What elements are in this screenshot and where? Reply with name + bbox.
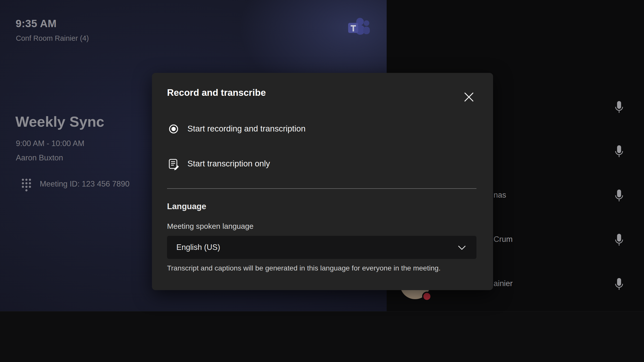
- language-field-label: Meeting spoken language: [167, 222, 254, 231]
- language-heading: Language: [167, 202, 206, 211]
- mic-icon[interactable]: [614, 277, 624, 291]
- meeting-organizer: Aaron Buxton: [16, 153, 63, 162]
- record-transcribe-dialog: Record and transcribe Start recording an…: [152, 73, 493, 290]
- transcript-icon: [168, 158, 180, 170]
- option-label: Start transcription only: [187, 159, 270, 168]
- presence-busy-badge: [422, 292, 432, 301]
- option-label: Start recording and transcription: [187, 124, 306, 133]
- option-start-recording-and-transcription[interactable]: Start recording and transcription: [167, 120, 476, 138]
- room-clock: 9:35 AM: [16, 18, 57, 30]
- close-button[interactable]: [463, 92, 474, 103]
- language-selected-value: English (US): [176, 243, 220, 252]
- meeting-title: Weekly Sync: [15, 113, 104, 130]
- record-icon: [168, 123, 179, 134]
- meeting-time-range: 9:00 AM - 10:00 AM: [16, 139, 84, 148]
- option-start-transcription-only[interactable]: Start transcription only: [167, 155, 476, 173]
- dialpad-icon: [21, 177, 32, 192]
- language-select[interactable]: English (US): [167, 236, 476, 259]
- participant-name: nas: [494, 191, 506, 200]
- language-helper-text: Transcript and captions will be generate…: [167, 264, 479, 272]
- participant-name: Crum: [494, 235, 513, 244]
- meeting-id: Meeting ID: 123 456 7890: [40, 179, 130, 189]
- mic-icon[interactable]: [614, 145, 624, 158]
- dialog-title: Record and transcribe: [167, 87, 266, 98]
- call-bar: 00:34:06: [0, 311, 644, 362]
- teams-logo-icon: [346, 16, 371, 39]
- close-icon: [463, 92, 474, 103]
- participant-name: ainier: [494, 279, 513, 288]
- mic-icon[interactable]: [614, 100, 624, 114]
- room-name: Conf Room Rainier (4): [16, 34, 89, 42]
- chevron-down-icon: [458, 245, 466, 250]
- dialog-divider: [167, 188, 476, 189]
- mic-icon[interactable]: [614, 189, 624, 202]
- mic-icon[interactable]: [614, 233, 624, 247]
